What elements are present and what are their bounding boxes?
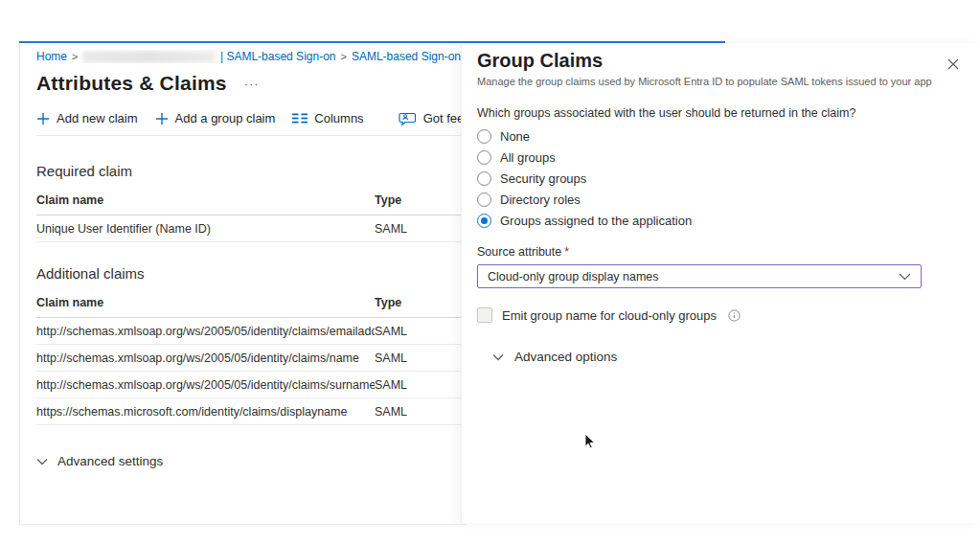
breadcrumb: Home > | SAML-based Sign-on > SAML-based… <box>36 50 461 63</box>
claim-name-column-header[interactable]: Claim name <box>36 193 375 207</box>
got-feedback-label: Got feedback? <box>423 111 461 125</box>
attributes-claims-blade: Home > | SAML-based Sign-on > SAML-based… <box>19 43 461 524</box>
checkbox-unchecked-icon[interactable] <box>477 307 492 323</box>
breadcrumb-home-link[interactable]: Home <box>36 50 67 63</box>
table-row[interactable]: http://schemas.xmlsoap.org/ws/2005/05/id… <box>36 345 461 372</box>
add-group-claim-button[interactable]: Add a group claim <box>155 111 276 125</box>
type-cell: SAML <box>375 325 461 338</box>
info-icon[interactable] <box>728 309 741 322</box>
blade-bottom-border <box>19 524 467 525</box>
claim-name-cell: http://schemas.xmlsoap.org/ws/2005/05/id… <box>36 378 375 392</box>
source-attribute-dropdown[interactable]: Cloud-only group display names <box>477 264 922 288</box>
columns-label: Columns <box>314 111 363 125</box>
close-icon[interactable] <box>946 57 961 72</box>
plus-icon <box>36 112 50 125</box>
group-claims-panel: Group Claims Manage the group claims use… <box>461 43 980 523</box>
add-new-claim-label: Add new claim <box>57 111 138 125</box>
breadcrumb-current-link[interactable]: SAML-based Sign-on <box>352 50 461 63</box>
table-row[interactable]: http://schemas.xmlsoap.org/ws/2005/05/id… <box>36 318 461 345</box>
panel-title: Group Claims <box>477 50 963 72</box>
table-header: Claim name Type <box>36 289 461 318</box>
advanced-options-label: Advanced options <box>514 350 617 364</box>
claim-name-column-header[interactable]: Claim name <box>36 296 375 309</box>
required-claim-heading: Required claim <box>36 163 461 179</box>
type-cell: SAML <box>375 351 461 365</box>
chevron-down-icon <box>899 270 911 283</box>
columns-button[interactable]: Columns <box>292 111 363 125</box>
required-claim-table: Claim name Type Unique User Identifier (… <box>36 187 461 242</box>
advanced-settings-toggle[interactable]: Advanced settings <box>36 454 461 468</box>
group-claims-question: Which groups associated with the user sh… <box>477 106 963 120</box>
radio-option-security-groups[interactable]: Security groups <box>477 171 963 186</box>
type-cell: SAML <box>375 378 461 392</box>
panel-subtitle: Manage the group claims used by Microsof… <box>477 76 963 87</box>
radio-label: Groups assigned to the application <box>500 214 692 228</box>
required-asterisk: * <box>564 245 569 259</box>
page-title-row: Attributes & Claims ··· <box>36 72 461 95</box>
radio-icon <box>477 193 491 207</box>
feedback-icon <box>399 111 417 125</box>
emit-group-name-label: Emit group name for cloud-only groups <box>502 308 717 323</box>
radio-option-groups-assigned[interactable]: Groups assigned to the application <box>477 214 963 228</box>
redacted-app-name <box>82 51 216 63</box>
plus-icon <box>155 112 169 125</box>
radio-label: All groups <box>500 150 556 165</box>
radio-icon <box>477 171 491 186</box>
claim-name-cell: http://schemas.xmlsoap.org/ws/2005/05/id… <box>36 351 375 365</box>
ellipsis-menu-icon[interactable]: ··· <box>244 77 260 91</box>
radio-icon <box>477 150 491 165</box>
table-row[interactable]: https://schemas.microsoft.com/identity/c… <box>36 398 461 425</box>
advanced-settings-label: Advanced settings <box>57 454 163 468</box>
emit-group-name-checkbox-row[interactable]: Emit group name for cloud-only groups <box>477 307 963 323</box>
page-title: Attributes & Claims <box>36 72 227 95</box>
group-selection-radio-group: None All groups Security groups Director… <box>477 129 963 228</box>
chevron-down-icon <box>36 454 48 468</box>
radio-icon <box>477 129 491 144</box>
radio-option-none[interactable]: None <box>477 129 963 144</box>
table-row[interactable]: http://schemas.xmlsoap.org/ws/2005/05/id… <box>36 372 461 398</box>
breadcrumb-app-saml-link[interactable]: | SAML-based Sign-on <box>220 50 336 63</box>
radio-label: Directory roles <box>500 193 581 207</box>
add-group-claim-label: Add a group claim <box>175 111 276 125</box>
advanced-options-toggle[interactable]: Advanced options <box>477 350 963 364</box>
type-column-header[interactable]: Type <box>375 296 461 309</box>
command-bar: Add new claim Add a group claim Columns <box>36 110 461 136</box>
additional-claims-table: Claim name Type http://schemas.xmlsoap.o… <box>36 289 461 425</box>
radio-option-all-groups[interactable]: All groups <box>477 150 963 165</box>
got-feedback-button[interactable]: Got feedback? <box>399 111 461 125</box>
breadcrumb-separator: > <box>340 51 346 62</box>
dropdown-selected-value: Cloud-only group display names <box>488 270 659 283</box>
radio-label: None <box>500 129 530 144</box>
type-cell: SAML <box>375 222 461 236</box>
table-row[interactable]: Unique User Identifier (Name ID) SAML <box>36 215 461 242</box>
radio-label: Security groups <box>500 171 586 186</box>
type-cell: SAML <box>375 405 461 419</box>
chevron-down-icon <box>492 350 504 364</box>
type-column-header[interactable]: Type <box>375 193 461 207</box>
additional-claims-heading: Additional claims <box>36 265 461 282</box>
source-attribute-label: Source attribute* <box>477 245 963 259</box>
claim-name-cell: https://schemas.microsoft.com/identity/c… <box>36 405 375 419</box>
breadcrumb-separator: > <box>72 51 78 62</box>
radio-option-directory-roles[interactable]: Directory roles <box>477 193 963 207</box>
columns-icon <box>292 112 308 125</box>
table-header: Claim name Type <box>36 187 461 215</box>
add-new-claim-button[interactable]: Add new claim <box>36 111 138 125</box>
claim-name-cell: Unique User Identifier (Name ID) <box>36 222 375 236</box>
radio-selected-icon <box>477 214 491 228</box>
claim-name-cell: http://schemas.xmlsoap.org/ws/2005/05/id… <box>36 325 375 338</box>
